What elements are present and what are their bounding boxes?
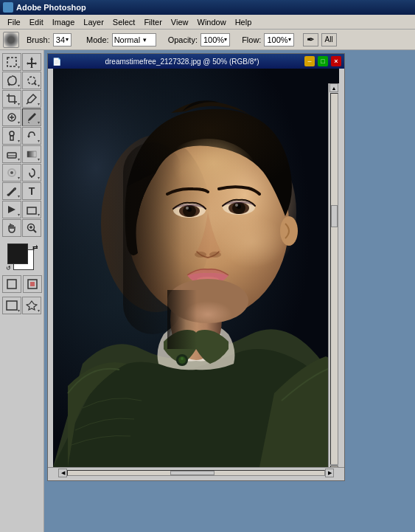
- zoom-tool[interactable]: [22, 219, 41, 237]
- brush-preview-icon[interactable]: [3, 32, 19, 48]
- brush-size-value[interactable]: 34 ▾: [53, 33, 72, 46]
- menu-bar: File Edit Image Layer Select Filter View…: [0, 15, 415, 30]
- options-bar: Brush: 34 ▾ Mode: Normal Opacity: 100% ▾…: [0, 30, 415, 50]
- svg-point-21: [10, 171, 13, 174]
- screen-mode-btn[interactable]: ▾: [2, 297, 21, 314]
- pen-tool[interactable]: ▾: [2, 182, 21, 200]
- gradient-tool[interactable]: ▾: [22, 145, 41, 163]
- foreground-color-swatch[interactable]: [7, 243, 28, 264]
- tool-row-6: ▾ ▾: [2, 145, 41, 163]
- mode-dropdown[interactable]: Normal: [112, 33, 156, 46]
- restore-button[interactable]: □: [318, 56, 328, 66]
- menu-filter[interactable]: Filter: [139, 16, 166, 28]
- menu-select[interactable]: Select: [108, 16, 140, 28]
- document-titlebar: 📄 dreamstimefree_2127328.jpg @ 50% (RGB/…: [48, 54, 344, 69]
- path-select-tool[interactable]: ▾: [2, 201, 21, 218]
- hscroll-track[interactable]: [67, 470, 325, 476]
- tablet-pressure-toggle[interactable]: All: [321, 33, 337, 46]
- text-tool[interactable]: T: [22, 182, 41, 200]
- flow-label: Flow:: [242, 35, 261, 44]
- tool-row-4: ▾ ▾: [2, 108, 41, 126]
- menu-file[interactable]: File: [3, 16, 25, 28]
- app-title: Adobe Photoshop: [16, 3, 86, 12]
- svg-line-9: [27, 103, 28, 104]
- menu-help[interactable]: Help: [231, 16, 257, 28]
- close-button[interactable]: ×: [331, 56, 341, 66]
- svg-rect-30: [7, 280, 16, 289]
- tool-row-8: ▾ T: [2, 182, 41, 200]
- history-brush-tool[interactable]: ▾: [22, 127, 41, 145]
- svg-point-23: [7, 194, 10, 196]
- shape-tool[interactable]: ▾: [22, 201, 41, 218]
- marquee-tool[interactable]: ▾: [2, 53, 21, 71]
- menu-window[interactable]: Window: [193, 16, 231, 28]
- svg-marker-1: [27, 57, 37, 68]
- tool-row-5: ▾ ▾: [2, 127, 41, 145]
- healing-brush-tool[interactable]: ▾: [2, 108, 21, 126]
- svg-line-27: [33, 229, 36, 232]
- svg-marker-34: [27, 301, 37, 310]
- vertical-scrollbar[interactable]: ▲ ▼: [328, 83, 339, 467]
- minimize-button[interactable]: –: [304, 56, 315, 66]
- svg-rect-19: [27, 151, 36, 157]
- svg-point-14: [10, 131, 14, 136]
- photo-canvas: [53, 69, 339, 467]
- opacity-value[interactable]: 100% ▾: [200, 33, 230, 46]
- app-icon: [3, 2, 13, 13]
- document-content: ▲ ▼: [53, 69, 339, 467]
- opacity-label: Opacity:: [168, 35, 198, 44]
- svg-rect-0: [7, 58, 16, 66]
- quick-select-tool[interactable]: ▾: [22, 72, 41, 89]
- lasso-tool[interactable]: ▾: [2, 72, 21, 89]
- crop-tool[interactable]: ▾: [2, 90, 21, 108]
- eyedropper-tool[interactable]: ▾: [22, 90, 41, 108]
- svg-rect-32: [30, 282, 35, 286]
- hand-tool[interactable]: [2, 219, 21, 237]
- svg-point-62: [181, 357, 184, 360]
- menu-image[interactable]: Image: [48, 16, 80, 28]
- tool-row-2: ▾ ▾: [2, 72, 41, 89]
- svg-line-4: [34, 83, 36, 85]
- reset-colors-icon[interactable]: ↺: [6, 265, 11, 272]
- svg-rect-33: [7, 301, 17, 310]
- tool-row-3: ▾ ▾: [2, 90, 41, 108]
- flow-value[interactable]: 100% ▾: [264, 33, 293, 46]
- svg-rect-15: [10, 136, 13, 140]
- vscroll-thumb[interactable]: [331, 205, 338, 227]
- document-title: dreamstimefree_2127328.jpg @ 50% (RGB/8*…: [61, 58, 303, 66]
- blur-tool[interactable]: ▾: [2, 164, 21, 182]
- swap-colors-icon[interactable]: ⇄: [32, 243, 38, 251]
- standard-mode-btn[interactable]: [2, 275, 21, 293]
- tool-row-9: ▾ ▾: [2, 201, 41, 218]
- svg-rect-25: [27, 207, 36, 214]
- scroll-left-arrow[interactable]: ◀: [58, 469, 67, 477]
- brush-label: Brush:: [27, 35, 50, 44]
- scroll-right-arrow[interactable]: ▶: [325, 469, 334, 477]
- extra-tool-btn[interactable]: ▾: [22, 297, 41, 314]
- airbrush-toggle[interactable]: ✒: [303, 33, 318, 46]
- hscroll-thumb[interactable]: [170, 471, 215, 475]
- horizontal-scrollbar[interactable]: ◀ ▶: [48, 467, 344, 477]
- vscroll-track[interactable]: [330, 93, 338, 465]
- svg-marker-24: [8, 206, 15, 213]
- menu-view[interactable]: View: [167, 16, 193, 28]
- title-bar: Adobe Photoshop: [0, 0, 415, 15]
- svg-marker-16: [27, 136, 30, 138]
- svg-line-13: [28, 122, 29, 123]
- tool-row-1: ▾: [2, 53, 41, 71]
- clone-stamp-tool[interactable]: ▾: [2, 127, 21, 145]
- move-tool[interactable]: [22, 53, 41, 71]
- svg-point-58: [219, 216, 285, 268]
- menu-edit[interactable]: Edit: [25, 16, 48, 28]
- tool-row-7: ▾ ▾: [2, 164, 41, 182]
- dodge-tool[interactable]: ▾: [22, 164, 41, 182]
- quick-mask-btn[interactable]: [23, 275, 42, 293]
- scroll-up-arrow[interactable]: ▲: [329, 83, 338, 92]
- menu-layer[interactable]: Layer: [79, 16, 108, 28]
- brush-tool[interactable]: ▾: [22, 108, 41, 126]
- eraser-tool[interactable]: ▾: [2, 145, 21, 163]
- svg-point-54: [195, 252, 206, 258]
- svg-point-53: [235, 204, 238, 207]
- svg-point-55: [209, 252, 221, 258]
- svg-point-48: [186, 207, 189, 210]
